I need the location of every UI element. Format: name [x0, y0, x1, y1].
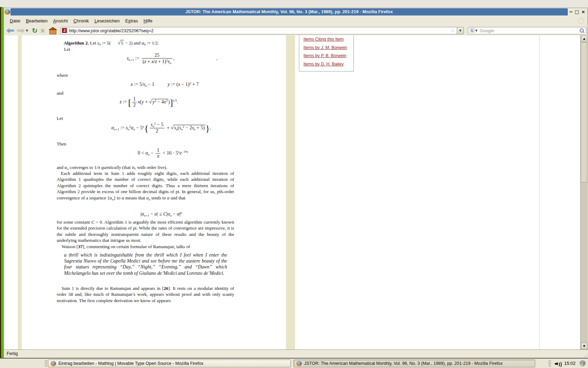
formula-s-recursion: sn+1 := 25(z + x/z + 1)2sn, [57, 53, 239, 65]
link-items-dh-bailey[interactable]: Items by D. H. Bailey [303, 61, 354, 67]
formula-z-definition: z := [12x(y + √y2 − 4x3)]1/5. [57, 96, 238, 108]
vertical-scrollbar[interactable]: ▲ ▼ [580, 35, 588, 349]
paragraph-efficiency: for some constant C > 0. Algorithm 1 is … [57, 219, 234, 244]
menu-bearbeiten[interactable]: Bearbeiten [23, 17, 50, 25]
search-input[interactable]: Google [479, 28, 579, 33]
url-bar[interactable]: J http://www.jstor.org/stable/2325206?se… [61, 27, 464, 34]
desktop-wallpaper-edge [1, 7, 4, 358]
taskbar-clock: 15:02 [564, 361, 576, 366]
menu-extras[interactable]: Extras [122, 17, 141, 25]
firefox-icon [51, 361, 56, 366]
close-button[interactable]: × [580, 9, 586, 15]
taskbar-grip[interactable] [548, 360, 551, 367]
menu-datei[interactable]: Datei [7, 17, 23, 25]
back-button[interactable] [6, 28, 14, 33]
let-label-1: Let [64, 46, 70, 52]
forward-button[interactable] [17, 28, 25, 33]
scrollbar-thumb[interactable] [581, 42, 587, 183]
desktop: JSTOR: The American Mathematical Monthly… [0, 0, 588, 368]
status-text: Fertig [7, 351, 18, 356]
taskbar-window-label: JSTOR: The American Mathematical Monthly… [304, 361, 503, 366]
search-engine-dropdown-icon[interactable]: ▼ [475, 29, 477, 32]
page-gutter-right [286, 35, 295, 349]
search-icon[interactable] [579, 28, 584, 33]
paragraph-sum1: Sum 1 is directly due to Ramanujan and a… [57, 285, 234, 304]
url-input[interactable]: http://www.jstor.org/stable/2325206?seq=… [69, 28, 450, 33]
taskbar: Eintrag bearbeiten - Mathlog | Movable T… [0, 358, 588, 368]
then-label: Then [57, 141, 66, 147]
maximize-button[interactable]: □ [574, 9, 580, 15]
minimize-button[interactable]: − [568, 9, 574, 15]
link-items-citing[interactable]: Items Citing this Item [303, 36, 354, 42]
scroll-up-button[interactable]: ▲ [581, 35, 587, 42]
bookmark-star-icon[interactable]: ☆ [450, 28, 455, 33]
link-items-pb-borwein[interactable]: Items by P. B. Borwein [303, 53, 354, 59]
taskbar-grip[interactable] [45, 360, 47, 367]
and-label: and [57, 90, 63, 96]
formula-error-bound: 0 < αn − 1π < 16 · 5ne−5ⁿπ [57, 148, 252, 159]
desktop-applet-icon[interactable] [580, 360, 586, 366]
formula-alpha-recursion: αn+1 := sn2αn − 5n{sn2 − 52 + √sn(sn2 − … [57, 122, 250, 134]
speaker-icon[interactable] [555, 361, 561, 367]
menu-chronik[interactable]: Chronik [71, 17, 92, 25]
scanned-article-page: Algorithm 2. Let s0 := 5(√5 − 2) and α0 … [22, 35, 286, 349]
throbber-icon [578, 18, 584, 24]
page-gutter-left [18, 35, 22, 349]
titlebar-background[interactable]: JSTOR: The American Mathematical Monthly… [10, 8, 568, 15]
formula-order-convergence: |αn+1 − α| ≤ C|αn − α|p [57, 210, 250, 219]
resize-grip[interactable] [583, 353, 587, 357]
menu-ansicht[interactable]: Ansicht [50, 17, 71, 25]
reload-button[interactable]: ↻ [32, 27, 37, 34]
scroll-down-button[interactable]: ▼ [581, 343, 587, 349]
paragraph-digits: Each additional term in Sum 1 adds rough… [57, 170, 234, 203]
let-label-2: Let [57, 115, 63, 121]
where-label: where [57, 72, 68, 78]
menu-bar: Datei Bearbeiten Ansicht Chronik Lesezei… [4, 16, 587, 26]
scan-speck [216, 59, 217, 60]
menu-hilfe[interactable]: Hilfe [141, 17, 155, 25]
status-bar: Fertig [4, 349, 588, 358]
url-dropdown-button[interactable]: ▼ [457, 27, 464, 34]
jstor-favicon: J [62, 28, 67, 33]
home-button[interactable] [49, 30, 56, 34]
link-items-jm-borwein[interactable]: Items by J. M. Borwein [303, 45, 354, 51]
browser-viewport: Algorithm 2. Let s0 := 5(√5 − 2) and α0 … [4, 35, 580, 349]
window-titlebar[interactable]: JSTOR: The American Mathematical Monthly… [4, 8, 587, 16]
firefox-icon [296, 361, 302, 366]
taskbar-window-label: Eintrag bearbeiten - Mathlog | Movable T… [58, 361, 203, 366]
paragraph-watson: Watson [37], commenting on certain formu… [57, 244, 234, 250]
taskbar-window-mathlog[interactable]: Eintrag bearbeiten - Mathlog | Movable T… [48, 360, 291, 367]
taskbar-window-jstor[interactable]: JSTOR: The American Mathematical Monthly… [294, 360, 535, 367]
firefox-icon [5, 9, 10, 15]
related-items-box: Items Citing this Item Items by J. M. Bo… [299, 35, 354, 71]
menu-lesezeichen[interactable]: Lesezeichen [92, 17, 122, 25]
navigation-toolbar: ▼ ↻ × J http://www.jstor.org/stable/2325… [4, 26, 587, 36]
window-title: JSTOR: The American Mathematical Monthly… [186, 9, 393, 14]
watson-quote: a thrill which is indistinguishable from… [64, 252, 227, 276]
algorithm2-intro: Algorithm 2. Let s0 := 5(√5 − 2) and α0 … [57, 40, 159, 48]
google-engine-icon: G [470, 28, 475, 33]
firefox-window: JSTOR: The American Mathematical Monthly… [4, 8, 588, 358]
history-dropdown-icon[interactable]: ▼ [26, 29, 28, 32]
content-divider-line [539, 35, 540, 349]
stop-button: × [40, 27, 46, 34]
search-box[interactable]: G ▼ Google [468, 27, 586, 34]
formula-xy-definitions: x := 5/sn − 1y := (x − 1)2 + 7 [57, 80, 253, 89]
